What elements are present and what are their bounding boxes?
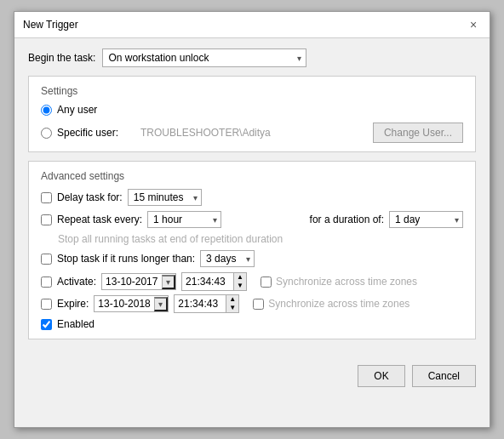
stop-longer-label: Stop task if it runs longer than: (57, 253, 195, 265)
activate-label: Activate: (57, 276, 96, 288)
close-button[interactable]: × (466, 17, 481, 32)
delay-task-checkbox[interactable] (41, 192, 52, 203)
activate-time-input[interactable] (182, 274, 233, 289)
settings-label: Settings (41, 85, 463, 97)
expire-time-up[interactable]: ▲ (226, 295, 238, 304)
expire-time-wrapper: ▲ ▼ (174, 294, 239, 313)
titlebar: New Trigger × (14, 12, 490, 38)
expire-label: Expire: (57, 298, 89, 310)
expire-time-down[interactable]: ▼ (226, 304, 238, 312)
repeat-select[interactable]: 1 hour 30 minutes 2 hours (147, 211, 221, 228)
for-duration-label: for a duration of: (310, 214, 384, 225)
stop-longer-select[interactable]: 3 days 1 hour 1 day (200, 250, 255, 267)
activate-date-input[interactable] (102, 274, 162, 289)
advanced-label: Advanced settings (41, 170, 463, 182)
activate-sync-label: Synchronize across time zones (276, 276, 417, 288)
any-user-row: Any user (41, 104, 463, 116)
activate-checkbox[interactable] (41, 277, 52, 288)
change-user-button[interactable]: Change User... (373, 123, 463, 143)
activate-row: Activate: ▾ ▲ ▼ Synchronize across time … (41, 272, 463, 291)
delay-select[interactable]: 15 minutes 30 minutes 1 hour (128, 189, 202, 206)
expire-date-input[interactable] (94, 296, 154, 311)
begin-task-select[interactable]: On workstation unlock (102, 48, 306, 67)
stop-longer-row: Stop task if it runs longer than: 3 days… (41, 250, 463, 267)
expire-row: Expire: ▾ ▲ ▼ Synchronize across time zo… (41, 294, 463, 313)
advanced-settings-box: Advanced settings Delay task for: 15 min… (28, 161, 476, 339)
repeat-task-checkbox[interactable] (41, 214, 52, 225)
activate-time-up[interactable]: ▲ (234, 273, 246, 282)
duration-dropdown-wrapper[interactable]: 1 day 30 minutes Indefinitely (389, 211, 463, 228)
for-duration-row: for a duration of: 1 day 30 minutes Inde… (310, 211, 463, 228)
duration-select[interactable]: 1 day 30 minutes Indefinitely (389, 211, 463, 228)
expire-date-picker-button[interactable]: ▾ (154, 297, 168, 311)
begin-task-label: Begin the task: (28, 52, 95, 64)
expire-checkbox[interactable] (41, 299, 52, 310)
cancel-button[interactable]: Cancel (412, 365, 476, 387)
dialog-footer: OK Cancel (14, 358, 490, 397)
enabled-label: Enabled (57, 318, 94, 330)
specific-user-value: TROUBLESHOOTER\Aditya (140, 127, 368, 139)
activate-sync-row: Synchronize across time zones (261, 276, 417, 288)
expire-time-input[interactable] (175, 296, 226, 311)
activate-time-wrapper: ▲ ▼ (181, 272, 247, 291)
stop-tasks-row: Stop all running tasks at end of repetit… (58, 233, 463, 245)
expire-sync-label: Synchronize across time zones (268, 298, 410, 310)
activate-date-wrapper: ▾ (101, 273, 176, 290)
settings-box: Settings Any user Specific user: TROUBLE… (28, 76, 476, 152)
specific-user-radio[interactable] (41, 128, 52, 139)
dialog-title: New Trigger (23, 19, 78, 31)
activate-time-spinners: ▲ ▼ (233, 273, 246, 290)
specific-user-row: Specific user: TROUBLESHOOTER\Aditya Cha… (41, 123, 463, 143)
enabled-checkbox[interactable] (41, 319, 52, 330)
begin-task-row: Begin the task: On workstation unlock (28, 48, 476, 67)
activate-time-down[interactable]: ▼ (234, 282, 246, 290)
dialog-content: Begin the task: On workstation unlock Se… (14, 38, 490, 358)
delay-task-row: Delay task for: 15 minutes 30 minutes 1 … (41, 189, 463, 206)
delay-dropdown-wrapper[interactable]: 15 minutes 30 minutes 1 hour (128, 189, 202, 206)
any-user-label: Any user (57, 104, 97, 116)
activate-sync-checkbox[interactable] (261, 277, 272, 288)
stop-tasks-label: Stop all running tasks at end of repetit… (58, 233, 283, 245)
expire-time-spinners: ▲ ▼ (226, 295, 238, 312)
enabled-row: Enabled (41, 318, 463, 330)
any-user-radio[interactable] (41, 105, 52, 116)
expire-date-wrapper: ▾ (94, 295, 169, 312)
specific-user-label: Specific user: (57, 127, 118, 139)
ok-button[interactable]: OK (358, 365, 404, 387)
begin-task-dropdown-wrapper[interactable]: On workstation unlock (102, 48, 306, 67)
expire-sync-checkbox[interactable] (253, 299, 264, 310)
stop-longer-dropdown-wrapper[interactable]: 3 days 1 hour 1 day (200, 250, 255, 267)
repeat-dropdown-wrapper[interactable]: 1 hour 30 minutes 2 hours (147, 211, 221, 228)
stop-longer-checkbox[interactable] (41, 254, 52, 265)
expire-sync-row: Synchronize across time zones (253, 298, 410, 310)
new-trigger-dialog: New Trigger × Begin the task: On worksta… (14, 11, 490, 428)
repeat-task-row: Repeat task every: 1 hour 30 minutes 2 h… (41, 211, 463, 228)
delay-task-label: Delay task for: (57, 191, 123, 203)
activate-date-picker-button[interactable]: ▾ (162, 275, 175, 289)
repeat-task-label: Repeat task every: (57, 214, 142, 225)
